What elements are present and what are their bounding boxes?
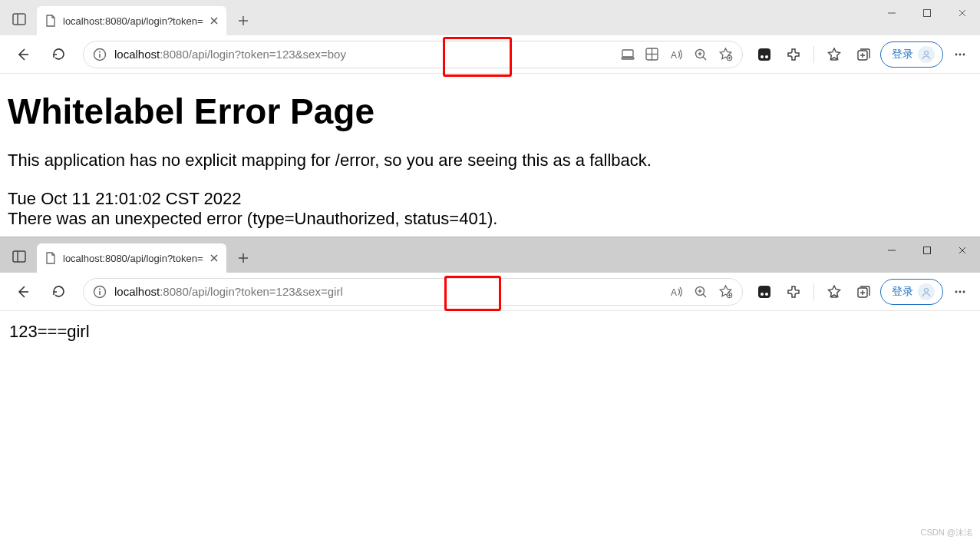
extension-1-icon[interactable] [752,280,777,304]
svg-rect-35 [924,247,931,254]
svg-text:A: A [671,50,677,61]
tab-title: localhost:8080/api/login?token= [63,253,203,264]
back-button[interactable] [8,276,38,307]
tab-strip: localhost:8080/api/login?token= [0,237,980,273]
login-button[interactable]: 登录 [880,279,943,305]
site-info-icon[interactable] [93,285,107,299]
refresh-button[interactable] [43,276,74,307]
page-content-1: Whitelabel Error Page This application h… [0,74,980,237]
browser-tab[interactable]: localhost:8080/api/login?token= [37,243,226,273]
page-icon [45,252,57,264]
svg-point-58 [963,290,965,293]
address-bar[interactable]: localhost:8080/api/login?token=123&sex=b… [83,41,743,68]
svg-rect-32 [13,251,25,262]
favorite-icon[interactable] [718,47,733,61]
svg-rect-8 [622,50,633,57]
site-info-icon[interactable] [93,48,107,61]
maximize-button[interactable] [909,0,945,26]
url-text: localhost:8080/api/login?token=123&sex=b… [114,48,613,61]
page-content-2: 123===girl [0,311,980,353]
watermark: CSDN @沫洺 [921,527,972,538]
favorites-icon[interactable] [822,280,846,304]
svg-text:A: A [671,287,677,298]
error-message: This application has no explicit mapping… [8,151,972,171]
login-label: 登录 [892,48,913,61]
close-tab-icon[interactable] [210,16,219,25]
minimize-button[interactable] [874,0,909,26]
toolbar: localhost:8080/api/login?token=123&sex=b… [0,35,980,74]
minimize-button[interactable] [874,237,909,263]
maximize-button[interactable] [909,237,945,263]
toolbar: localhost:8080/api/login?token=123&sex=g… [0,273,980,311]
favorite-icon[interactable] [718,284,733,299]
svg-point-30 [959,53,962,55]
new-tab-button[interactable] [231,246,256,270]
browser-tab[interactable]: localhost:8080/api/login?token= [37,6,226,35]
response-body: 123===girl [9,322,971,342]
svg-point-55 [925,288,929,292]
browser-window-1: localhost:8080/api/login?token= localhos… [0,0,980,237]
svg-point-50 [765,293,768,296]
error-heading: Whitelabel Error Page [8,91,972,132]
extension-2-icon[interactable] [781,42,806,67]
close-window-button[interactable] [945,0,980,26]
avatar-icon [918,46,935,63]
zoom-icon[interactable] [694,48,708,61]
svg-point-31 [963,53,965,55]
more-button[interactable] [948,42,972,67]
browser-window-2: localhost:8080/api/login?token= localhos… [0,237,980,353]
refresh-button[interactable] [43,39,74,70]
tab-strip: localhost:8080/api/login?token= [0,0,980,35]
error-detail: There was an unexpected error (type=Unau… [8,209,972,229]
read-aloud-icon[interactable]: A [669,48,683,61]
svg-rect-9 [622,58,634,59]
close-window-button[interactable] [945,237,980,263]
zoom-icon[interactable] [694,285,708,299]
tab-title: localhost:8080/api/login?token= [63,15,203,27]
favorites-icon[interactable] [822,42,846,67]
extension-1-icon[interactable] [752,42,777,67]
close-tab-icon[interactable] [210,253,219,263]
svg-point-57 [959,290,962,293]
collections-icon[interactable] [851,280,876,304]
avatar-icon [918,283,935,300]
back-button[interactable] [8,39,38,70]
page-icon [45,15,57,27]
tab-actions-button[interactable] [6,243,32,270]
svg-point-38 [99,288,101,290]
desktop-icon[interactable] [621,48,635,61]
tab-actions-button[interactable] [6,6,32,32]
collections-icon[interactable] [851,42,876,67]
svg-rect-0 [13,14,25,25]
svg-point-23 [765,55,768,58]
svg-point-56 [955,290,958,293]
grid-icon[interactable] [645,48,658,61]
svg-line-42 [703,294,706,297]
svg-point-29 [955,53,958,55]
svg-point-22 [761,55,764,58]
address-bar[interactable]: localhost:8080/api/login?token=123&sex=g… [83,278,743,306]
svg-rect-3 [924,10,931,17]
window-controls [874,237,980,268]
extension-2-icon[interactable] [781,280,806,304]
login-button[interactable]: 登录 [880,41,943,68]
divider [813,46,814,63]
error-timestamp: Tue Oct 11 21:01:02 CST 2022 [8,189,972,209]
url-text: localhost:8080/api/login?token=123&sex=g… [114,285,662,298]
svg-point-28 [925,51,929,55]
svg-line-15 [703,57,706,60]
window-controls [874,0,980,31]
svg-rect-21 [758,48,770,61]
svg-rect-48 [758,286,770,298]
read-aloud-icon[interactable]: A [669,285,683,299]
svg-point-6 [99,51,101,52]
divider [813,283,814,300]
svg-point-49 [761,293,764,296]
more-button[interactable] [948,280,972,304]
new-tab-button[interactable] [231,8,256,33]
login-label: 登录 [892,285,913,299]
